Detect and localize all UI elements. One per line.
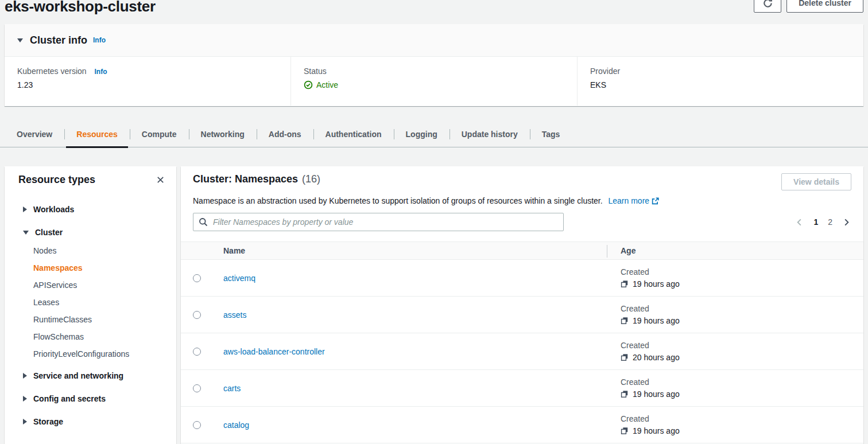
row-radio-button[interactable] — [193, 384, 201, 392]
table-header: Name Age — [181, 242, 863, 260]
namespace-link[interactable]: carts — [223, 384, 241, 393]
sidebar-group-cluster[interactable]: Cluster — [5, 223, 176, 242]
copy-icon[interactable] — [621, 280, 629, 288]
created-label: Created — [621, 267, 863, 276]
namespace-link[interactable]: aws-load-balancer-controller — [223, 347, 325, 356]
delete-cluster-button[interactable]: Delete cluster — [786, 0, 863, 13]
cluster-info-info-link[interactable]: Info — [93, 36, 106, 44]
namespace-link[interactable]: catalog — [223, 420, 249, 430]
search-icon — [199, 217, 208, 228]
previous-page-button — [795, 218, 804, 227]
sidebar-group-label: Cluster — [35, 228, 63, 237]
header-actions: Delete cluster — [754, 0, 863, 13]
tab-authentication[interactable]: Authentication — [313, 121, 394, 147]
sidebar-item-runtimeclasses[interactable]: RuntimeClasses — [5, 311, 176, 328]
age-value: 19 hours ago — [633, 426, 680, 435]
caret-right-icon — [23, 373, 27, 379]
learn-more-link[interactable]: Learn more — [609, 196, 660, 205]
tab-resources[interactable]: Resources — [64, 121, 130, 147]
sidebar-item-prioritylevelconfigurations[interactable]: PriorityLevelConfigurations — [5, 345, 176, 363]
copy-icon[interactable] — [621, 427, 629, 435]
status-field: Status Active — [290, 57, 577, 106]
age-value: 19 hours ago — [633, 279, 680, 289]
caret-right-icon — [23, 419, 27, 424]
created-label: Created — [621, 304, 863, 313]
collapse-caret-icon — [17, 38, 23, 42]
copy-icon[interactable] — [621, 390, 629, 398]
provider-field: Provider EKS — [577, 57, 863, 106]
view-details-button[interactable]: View details — [781, 173, 851, 190]
refresh-button[interactable] — [754, 0, 781, 13]
tab-add-ons[interactable]: Add-ons — [257, 121, 313, 147]
kubernetes-version-field: Kubernetes version Info 1.23 — [5, 57, 290, 106]
row-radio-button[interactable] — [193, 274, 201, 282]
column-resize-handle[interactable] — [607, 245, 607, 258]
age-value: 20 hours ago — [633, 353, 680, 362]
sidebar-item-flowschemas[interactable]: FlowSchemas — [5, 328, 176, 345]
row-radio-button[interactable] — [193, 421, 201, 429]
close-icon — [156, 176, 165, 184]
sidebar-item-leases[interactable]: Leases — [5, 294, 176, 311]
row-radio-button[interactable] — [193, 311, 201, 319]
sidebar-group-label: Storage — [33, 417, 63, 426]
resource-types-list: Workloads Cluster Nodes Namespaces APISe… — [5, 200, 176, 431]
cluster-info-title: Cluster info — [30, 34, 87, 46]
page-number-2[interactable]: 2 — [828, 217, 832, 227]
sidebar-group-workloads[interactable]: Workloads — [5, 200, 176, 219]
cluster-tabs: Overview Resources Compute Networking Ad… — [0, 121, 868, 147]
resource-types-panel: Resource types Workloads Cluster Nodes N… — [5, 166, 176, 444]
caret-right-icon — [23, 396, 27, 402]
filter-box — [193, 213, 564, 231]
caret-right-icon — [23, 207, 27, 212]
sidebar-group-storage[interactable]: Storage — [5, 412, 176, 431]
filter-namespaces-input[interactable] — [193, 213, 564, 231]
sidebar-item-apiservices[interactable]: APIServices — [5, 276, 176, 294]
age-value: 19 hours ago — [633, 316, 680, 325]
sidebar-item-nodes[interactable]: Nodes — [5, 242, 176, 259]
sidebar-group-service-and-networking[interactable]: Service and networking — [5, 366, 176, 385]
tab-compute[interactable]: Compute — [130, 121, 189, 147]
tab-tags[interactable]: Tags — [530, 121, 572, 147]
provider-label: Provider — [590, 67, 863, 76]
chevron-left-icon — [795, 218, 804, 227]
namespaces-description: Namespace is an abstraction used by Kube… — [193, 196, 603, 205]
namespaces-table: Name Age activemq Created 19 hours ago — [181, 242, 863, 443]
tab-logging[interactable]: Logging — [394, 121, 450, 147]
created-label: Created — [621, 414, 863, 423]
copy-icon[interactable] — [621, 353, 629, 361]
cluster-info-header[interactable]: Cluster info Info — [5, 24, 863, 57]
resource-types-title: Resource types — [18, 174, 95, 186]
page-number-1[interactable]: 1 — [813, 217, 818, 227]
refresh-icon — [762, 0, 773, 9]
namespace-link[interactable]: activemq — [223, 274, 255, 283]
tab-update-history[interactable]: Update history — [450, 121, 530, 147]
sidebar-item-namespaces[interactable]: Namespaces — [5, 259, 176, 276]
kubernetes-version-label: Kubernetes version — [17, 67, 87, 76]
namespace-link[interactable]: assets — [223, 310, 246, 320]
pagination: 1 2 — [795, 217, 851, 227]
sidebar-group-label: Config and secrets — [33, 394, 106, 403]
chevron-right-icon — [842, 218, 851, 227]
status-label: Status — [304, 67, 577, 76]
status-value: Active — [316, 80, 338, 89]
column-header-name[interactable]: Name — [223, 246, 607, 255]
namespaces-title: Cluster: Namespaces — [193, 173, 298, 185]
next-page-button[interactable] — [842, 218, 851, 227]
column-header-age[interactable]: Age — [607, 246, 636, 255]
close-panel-button[interactable] — [155, 174, 166, 185]
sidebar-group-label: Workloads — [33, 205, 74, 214]
sidebar-group-config-and-secrets[interactable]: Config and secrets — [5, 389, 176, 408]
kubernetes-version-info-link[interactable]: Info — [95, 68, 107, 76]
copy-icon[interactable] — [621, 317, 629, 325]
tab-networking[interactable]: Networking — [189, 121, 257, 147]
external-link-icon — [652, 197, 659, 205]
table-row: carts Created 19 hours ago — [181, 370, 863, 407]
tab-overview[interactable]: Overview — [5, 121, 64, 147]
row-radio-button[interactable] — [193, 348, 201, 356]
namespaces-count: (16) — [302, 173, 320, 185]
page-title: eks-workshop-cluster — [5, 0, 156, 16]
table-row: catalog Created 19 hours ago — [181, 407, 863, 443]
check-circle-icon — [304, 80, 313, 89]
provider-value: EKS — [590, 80, 863, 89]
caret-down-icon — [23, 231, 29, 235]
